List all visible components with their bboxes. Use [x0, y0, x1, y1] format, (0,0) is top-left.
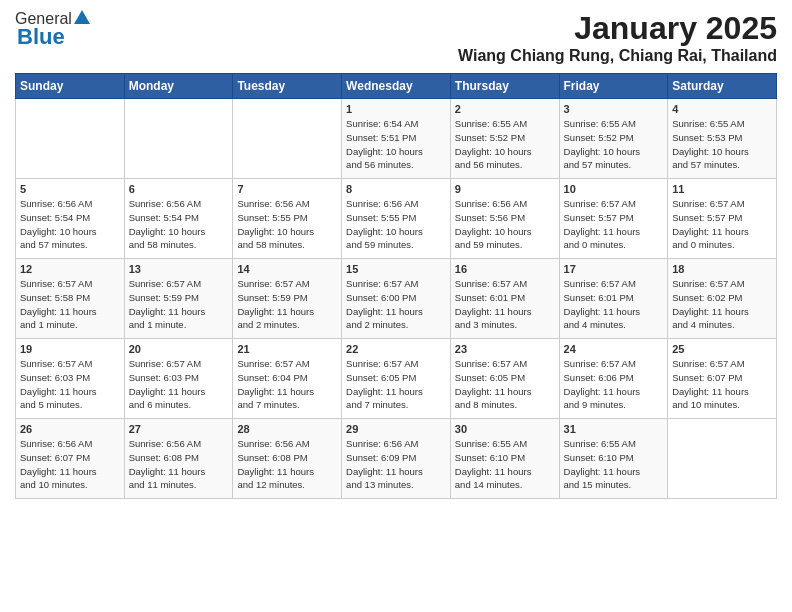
day-number: 5 — [20, 183, 120, 195]
day-number: 23 — [455, 343, 555, 355]
day-number: 4 — [672, 103, 772, 115]
day-info: Sunrise: 6:57 AM Sunset: 6:02 PM Dayligh… — [672, 277, 772, 332]
day-info: Sunrise: 6:57 AM Sunset: 6:06 PM Dayligh… — [564, 357, 664, 412]
day-info: Sunrise: 6:57 AM Sunset: 5:57 PM Dayligh… — [672, 197, 772, 252]
calendar-cell: 6Sunrise: 6:56 AM Sunset: 5:54 PM Daylig… — [124, 179, 233, 259]
calendar-week-0: 1Sunrise: 6:54 AM Sunset: 5:51 PM Daylig… — [16, 99, 777, 179]
day-info: Sunrise: 6:55 AM Sunset: 6:10 PM Dayligh… — [564, 437, 664, 492]
day-number: 26 — [20, 423, 120, 435]
calendar-title: January 2025 — [458, 10, 777, 47]
day-number: 2 — [455, 103, 555, 115]
header-day-saturday: Saturday — [668, 74, 777, 99]
header-day-wednesday: Wednesday — [342, 74, 451, 99]
calendar-cell: 10Sunrise: 6:57 AM Sunset: 5:57 PM Dayli… — [559, 179, 668, 259]
calendar-week-3: 19Sunrise: 6:57 AM Sunset: 6:03 PM Dayli… — [16, 339, 777, 419]
logo: General Blue — [15, 10, 91, 50]
calendar-cell: 2Sunrise: 6:55 AM Sunset: 5:52 PM Daylig… — [450, 99, 559, 179]
calendar-cell — [668, 419, 777, 499]
day-info: Sunrise: 6:56 AM Sunset: 5:54 PM Dayligh… — [129, 197, 229, 252]
header-day-monday: Monday — [124, 74, 233, 99]
day-info: Sunrise: 6:57 AM Sunset: 6:05 PM Dayligh… — [346, 357, 446, 412]
calendar-cell: 31Sunrise: 6:55 AM Sunset: 6:10 PM Dayli… — [559, 419, 668, 499]
day-info: Sunrise: 6:57 AM Sunset: 6:03 PM Dayligh… — [129, 357, 229, 412]
header-day-friday: Friday — [559, 74, 668, 99]
day-info: Sunrise: 6:55 AM Sunset: 5:52 PM Dayligh… — [564, 117, 664, 172]
svg-marker-0 — [74, 10, 90, 24]
calendar-cell: 14Sunrise: 6:57 AM Sunset: 5:59 PM Dayli… — [233, 259, 342, 339]
calendar-cell: 3Sunrise: 6:55 AM Sunset: 5:52 PM Daylig… — [559, 99, 668, 179]
day-info: Sunrise: 6:55 AM Sunset: 5:53 PM Dayligh… — [672, 117, 772, 172]
day-info: Sunrise: 6:57 AM Sunset: 6:01 PM Dayligh… — [455, 277, 555, 332]
day-number: 29 — [346, 423, 446, 435]
logo-icon — [73, 8, 91, 26]
calendar-location: Wiang Chiang Rung, Chiang Rai, Thailand — [458, 47, 777, 65]
day-number: 18 — [672, 263, 772, 275]
calendar-cell: 4Sunrise: 6:55 AM Sunset: 5:53 PM Daylig… — [668, 99, 777, 179]
page-header: General Blue January 2025 Wiang Chiang R… — [15, 10, 777, 65]
day-info: Sunrise: 6:57 AM Sunset: 6:05 PM Dayligh… — [455, 357, 555, 412]
calendar-cell: 17Sunrise: 6:57 AM Sunset: 6:01 PM Dayli… — [559, 259, 668, 339]
calendar-header: SundayMondayTuesdayWednesdayThursdayFrid… — [16, 74, 777, 99]
logo-blue-text: Blue — [17, 24, 65, 50]
title-block: January 2025 Wiang Chiang Rung, Chiang R… — [458, 10, 777, 65]
day-info: Sunrise: 6:57 AM Sunset: 6:07 PM Dayligh… — [672, 357, 772, 412]
calendar-cell: 18Sunrise: 6:57 AM Sunset: 6:02 PM Dayli… — [668, 259, 777, 339]
day-info: Sunrise: 6:56 AM Sunset: 6:09 PM Dayligh… — [346, 437, 446, 492]
calendar-cell: 5Sunrise: 6:56 AM Sunset: 5:54 PM Daylig… — [16, 179, 125, 259]
day-number: 12 — [20, 263, 120, 275]
day-info: Sunrise: 6:56 AM Sunset: 6:08 PM Dayligh… — [129, 437, 229, 492]
calendar-cell: 26Sunrise: 6:56 AM Sunset: 6:07 PM Dayli… — [16, 419, 125, 499]
calendar-cell: 16Sunrise: 6:57 AM Sunset: 6:01 PM Dayli… — [450, 259, 559, 339]
day-number: 21 — [237, 343, 337, 355]
day-info: Sunrise: 6:57 AM Sunset: 5:59 PM Dayligh… — [237, 277, 337, 332]
calendar-cell: 23Sunrise: 6:57 AM Sunset: 6:05 PM Dayli… — [450, 339, 559, 419]
day-number: 27 — [129, 423, 229, 435]
day-number: 10 — [564, 183, 664, 195]
calendar-week-4: 26Sunrise: 6:56 AM Sunset: 6:07 PM Dayli… — [16, 419, 777, 499]
day-number: 25 — [672, 343, 772, 355]
day-number: 1 — [346, 103, 446, 115]
calendar-week-2: 12Sunrise: 6:57 AM Sunset: 5:58 PM Dayli… — [16, 259, 777, 339]
header-day-tuesday: Tuesday — [233, 74, 342, 99]
day-info: Sunrise: 6:56 AM Sunset: 5:55 PM Dayligh… — [237, 197, 337, 252]
day-number: 19 — [20, 343, 120, 355]
day-number: 16 — [455, 263, 555, 275]
day-info: Sunrise: 6:57 AM Sunset: 5:57 PM Dayligh… — [564, 197, 664, 252]
day-number: 6 — [129, 183, 229, 195]
day-number: 11 — [672, 183, 772, 195]
day-number: 24 — [564, 343, 664, 355]
day-number: 13 — [129, 263, 229, 275]
calendar-cell: 13Sunrise: 6:57 AM Sunset: 5:59 PM Dayli… — [124, 259, 233, 339]
day-info: Sunrise: 6:56 AM Sunset: 6:07 PM Dayligh… — [20, 437, 120, 492]
header-day-thursday: Thursday — [450, 74, 559, 99]
calendar-cell: 8Sunrise: 6:56 AM Sunset: 5:55 PM Daylig… — [342, 179, 451, 259]
day-info: Sunrise: 6:56 AM Sunset: 5:55 PM Dayligh… — [346, 197, 446, 252]
calendar-body: 1Sunrise: 6:54 AM Sunset: 5:51 PM Daylig… — [16, 99, 777, 499]
calendar-cell — [16, 99, 125, 179]
day-number: 15 — [346, 263, 446, 275]
calendar-cell: 15Sunrise: 6:57 AM Sunset: 6:00 PM Dayli… — [342, 259, 451, 339]
calendar-cell: 24Sunrise: 6:57 AM Sunset: 6:06 PM Dayli… — [559, 339, 668, 419]
day-info: Sunrise: 6:56 AM Sunset: 5:56 PM Dayligh… — [455, 197, 555, 252]
day-info: Sunrise: 6:56 AM Sunset: 5:54 PM Dayligh… — [20, 197, 120, 252]
day-info: Sunrise: 6:57 AM Sunset: 5:59 PM Dayligh… — [129, 277, 229, 332]
header-day-sunday: Sunday — [16, 74, 125, 99]
day-number: 30 — [455, 423, 555, 435]
calendar-week-1: 5Sunrise: 6:56 AM Sunset: 5:54 PM Daylig… — [16, 179, 777, 259]
day-info: Sunrise: 6:57 AM Sunset: 6:04 PM Dayligh… — [237, 357, 337, 412]
calendar-cell — [233, 99, 342, 179]
calendar-cell: 7Sunrise: 6:56 AM Sunset: 5:55 PM Daylig… — [233, 179, 342, 259]
day-info: Sunrise: 6:56 AM Sunset: 6:08 PM Dayligh… — [237, 437, 337, 492]
day-number: 7 — [237, 183, 337, 195]
day-number: 28 — [237, 423, 337, 435]
day-number: 14 — [237, 263, 337, 275]
day-info: Sunrise: 6:57 AM Sunset: 6:01 PM Dayligh… — [564, 277, 664, 332]
calendar-cell: 1Sunrise: 6:54 AM Sunset: 5:51 PM Daylig… — [342, 99, 451, 179]
calendar-cell: 9Sunrise: 6:56 AM Sunset: 5:56 PM Daylig… — [450, 179, 559, 259]
day-number: 22 — [346, 343, 446, 355]
calendar-cell: 19Sunrise: 6:57 AM Sunset: 6:03 PM Dayli… — [16, 339, 125, 419]
calendar-cell: 27Sunrise: 6:56 AM Sunset: 6:08 PM Dayli… — [124, 419, 233, 499]
day-number: 31 — [564, 423, 664, 435]
header-row: SundayMondayTuesdayWednesdayThursdayFrid… — [16, 74, 777, 99]
calendar-cell: 20Sunrise: 6:57 AM Sunset: 6:03 PM Dayli… — [124, 339, 233, 419]
